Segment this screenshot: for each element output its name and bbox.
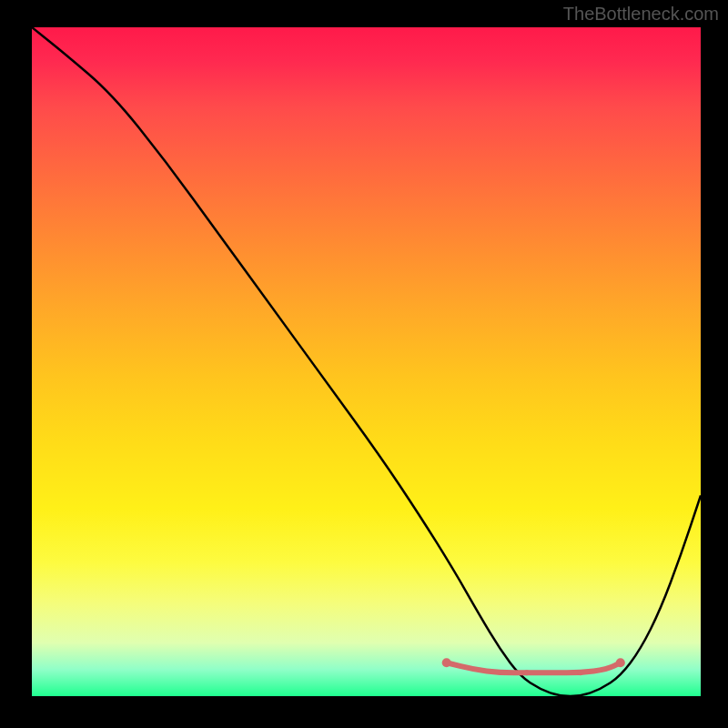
chart-canvas bbox=[32, 27, 701, 696]
watermark-text: TheBottleneck.com bbox=[563, 4, 719, 25]
plot-area bbox=[32, 27, 701, 696]
